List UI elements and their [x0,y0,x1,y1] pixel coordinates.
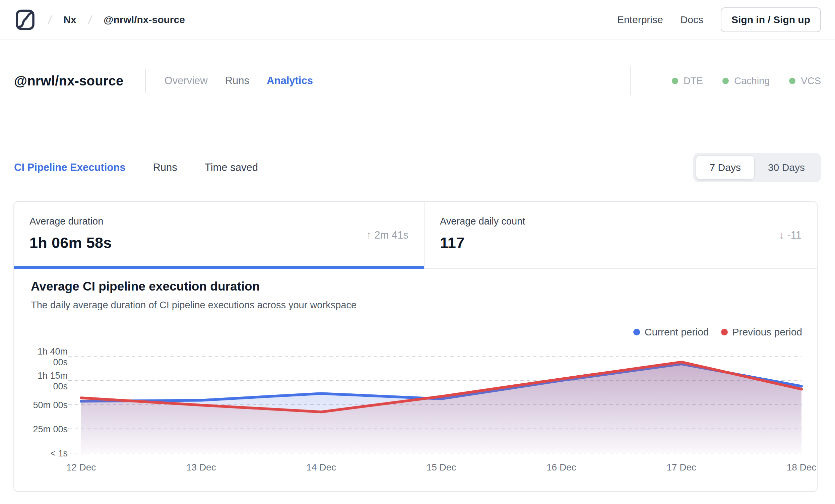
up-arrow-icon: ↑ [366,228,372,242]
breadcrumb-separator: / [87,14,93,26]
workspace-header: @nrwl/nx-source Overview Runs Analytics … [14,66,821,96]
chart-subtitle: The daily average duration of CI pipelin… [31,300,357,311]
breadcrumb-org[interactable]: Nx [63,14,76,25]
breadcrumb-separator: / [47,14,52,26]
navbar: / Nx / @nrwl/nx-source Enterprise Docs S… [0,0,835,40]
svg-text:12 Dec: 12 Dec [66,462,96,472]
stat-delta-value: -11 [787,229,801,241]
nav-link-enterprise[interactable]: Enterprise [617,14,663,25]
status-badges: DTE Caching VCS [630,66,821,95]
tab-analytics-runs[interactable]: Runs [153,162,177,174]
nav-link-docs[interactable]: Docs [680,14,703,25]
green-dot-icon [789,78,795,84]
svg-text:1h 15m00s: 1h 15m00s [38,370,68,391]
stat-delta-value: 2m 41s [374,229,408,241]
chart-legend: Current period Previous period [633,326,802,338]
stat-delta: ↓ -11 [779,228,801,242]
red-dot-icon [721,329,728,336]
svg-text:13 Dec: 13 Dec [186,462,216,472]
stat-value: 1h 06m 58s [29,234,408,252]
svg-text:16 Dec: 16 Dec [547,462,576,472]
workspace-tabs: Overview Runs Analytics [164,75,313,87]
svg-text:1h 40m00s: 1h 40m00s [38,346,68,367]
sign-in-button[interactable]: Sign in / Sign up [721,7,821,32]
range-30-days-button[interactable]: 30 Days [755,156,818,179]
tab-overview[interactable]: Overview [164,75,208,87]
stat-delta: ↑ 2m 41s [366,228,408,242]
tab-analytics[interactable]: Analytics [267,75,313,87]
navbar-right: Enterprise Docs Sign in / Sign up [617,7,821,32]
range-7-days-button[interactable]: 7 Days [696,156,755,180]
page-title: @nrwl/nx-source [14,74,124,88]
divider [145,69,146,93]
stat-card-average-duration[interactable]: Average duration 1h 06m 58s ↑ 2m 41s [14,202,425,268]
svg-text:14 Dec: 14 Dec [306,462,336,472]
divider [630,66,631,95]
tab-time-saved[interactable]: Time saved [205,162,258,174]
stat-card-average-daily-count[interactable]: Average daily count 117 ↓ -11 [425,202,817,268]
nx-cloud-logo-icon[interactable] [14,9,36,31]
svg-text:15 Dec: 15 Dec [427,462,456,472]
analytics-card: Average duration 1h 06m 58s ↑ 2m 41s Ave… [14,201,818,492]
svg-text:50m 00s: 50m 00s [33,400,68,410]
active-card-indicator [14,266,424,269]
svg-text:18 Dec: 18 Dec [787,462,817,472]
chart-title: Average CI pipeline execution duration [31,280,260,294]
svg-text:17 Dec: 17 Dec [667,462,696,472]
status-badge-vcs: VCS [789,75,821,86]
breadcrumb-workspace[interactable]: @nrwl/nx-source [104,14,185,25]
blue-dot-icon [633,329,640,336]
stat-label: Average daily count [440,216,801,227]
status-badge-caching: Caching [722,75,770,86]
down-arrow-icon: ↓ [779,228,785,242]
green-dot-icon [722,78,729,84]
stat-label: Average duration [29,216,408,227]
green-dot-icon [672,78,678,84]
tab-runs[interactable]: Runs [225,75,249,87]
date-range-toggle: 7 Days 30 Days [693,153,821,182]
tab-ci-pipeline-executions[interactable]: CI Pipeline Executions [14,162,125,174]
svg-text:25m 00s: 25m 00s [33,424,68,434]
legend-previous-period[interactable]: Previous period [721,326,802,338]
stat-cards-row: Average duration 1h 06m 58s ↑ 2m 41s Ave… [14,202,817,269]
legend-current-period[interactable]: Current period [633,326,709,338]
duration-area-chart[interactable]: 1h 40m00s1h 15m00s50m 00s25m 00s< 1s12 D… [21,346,818,483]
svg-text:< 1s: < 1s [50,448,68,459]
status-badge-dte: DTE [672,75,703,86]
analytics-tabs-row: CI Pipeline Executions Runs Time saved 7… [14,152,821,184]
stat-value: 117 [440,234,801,252]
